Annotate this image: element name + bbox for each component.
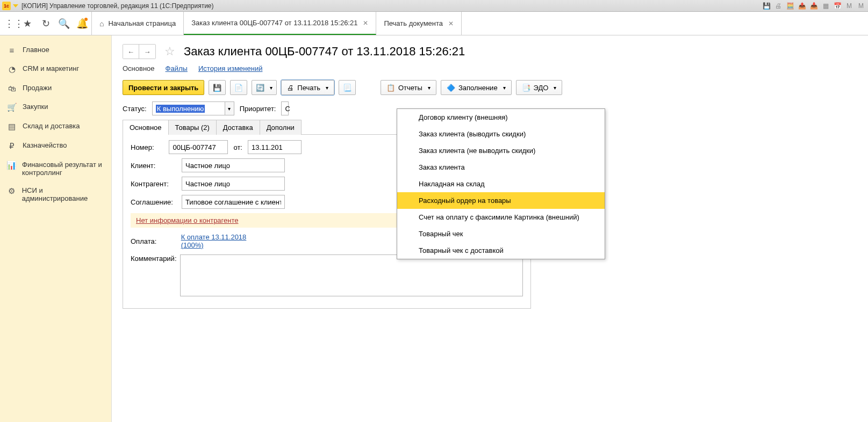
dd-item-order[interactable]: Заказ клиента <box>397 159 605 176</box>
ruble-icon: ₽ <box>6 141 17 151</box>
table-icon[interactable]: ▦ <box>821 1 830 11</box>
caret-icon: ▾ <box>428 85 431 91</box>
sidebar-item-admin[interactable]: ⚙НСИ и администрирование <box>0 181 111 207</box>
subtab-main[interactable]: Основное <box>123 64 155 72</box>
bell-icon[interactable]: 🔔 <box>73 12 91 35</box>
sub-tabs: Основное Файлы История изменений <box>123 64 857 72</box>
print-icon[interactable]: 🖨 <box>773 1 783 11</box>
dropdown-caret[interactable]: ▾ <box>225 101 234 115</box>
search-icon[interactable]: 🔍 <box>55 12 73 35</box>
page-title: Заказ клиента 00ЦБ-007747 от 13.11.2018 … <box>184 45 465 59</box>
dd-item-order-discounts[interactable]: Заказ клиента (выводить скидки) <box>397 126 605 142</box>
from-label: от: <box>233 143 242 151</box>
create-based-button[interactable]: 🔄▾ <box>252 80 277 95</box>
status-label: Статус: <box>123 105 147 113</box>
favorite-star-icon[interactable]: ☆ <box>164 45 175 59</box>
payment-link[interactable]: К оплате 13.11.2018 (100%) <box>181 233 270 249</box>
save-icon: 💾 <box>213 84 221 92</box>
back-button[interactable]: ← <box>123 45 139 59</box>
tab-print-label: Печать документа <box>384 19 443 27</box>
client-input[interactable] <box>182 158 285 172</box>
sidebar-item-label: Казначейство <box>23 141 67 149</box>
app-icon: 1c <box>2 2 11 10</box>
fill-button[interactable]: 🔷Заполнение▾ <box>441 80 512 95</box>
sidebar-item-label: CRM и маркетинг <box>23 64 79 72</box>
gear-icon: ⚙ <box>6 186 17 196</box>
fill-icon: 🔷 <box>447 84 455 92</box>
subtab-history[interactable]: История изменений <box>198 64 263 72</box>
tab-order[interactable]: Заказ клиента 00ЦБ-007747 от 13.11.2018 … <box>184 12 376 35</box>
edo-button[interactable]: 📑ЭДО▾ <box>516 80 563 95</box>
sidebar-item-treasury[interactable]: ₽Казначейство <box>0 136 111 156</box>
calc-icon[interactable]: 🧮 <box>785 1 795 11</box>
dd-item-invoice-fax[interactable]: Счет на оплату с факсимиле Картинка (вне… <box>397 209 605 225</box>
formtab-delivery[interactable]: Доставка <box>216 120 260 135</box>
page-header: ← → ☆ Заказ клиента 00ЦБ-007747 от 13.11… <box>123 44 857 59</box>
save-button[interactable]: 💾 <box>209 80 226 95</box>
quick-tools: ⋮⋮⋮ ★ ↻ 🔍 🔔 <box>0 12 92 35</box>
button-label: Провести и закрыть <box>128 84 198 92</box>
print-dropdown-menu: Договор клиенту (внешняя) Заказ клиента … <box>397 108 605 259</box>
sidebar-item-main[interactable]: ≡Главное <box>0 41 111 60</box>
dd-item-expense-order[interactable]: Расходный ордер на товары <box>397 192 605 209</box>
dd-item-waybill[interactable]: Накладная на склад <box>397 176 605 192</box>
number-input[interactable] <box>169 140 228 154</box>
tab-home-label: Начальная страница <box>108 19 176 27</box>
close-icon[interactable]: ✕ <box>363 19 368 27</box>
dd-item-contract[interactable]: Договор клиенту (внешняя) <box>397 109 605 126</box>
dd-item-receipt[interactable]: Товарный чек <box>397 225 605 242</box>
sidebar-item-label: НСИ и администрирование <box>22 186 105 202</box>
formtab-main[interactable]: Основное <box>123 120 169 135</box>
mail-down-icon[interactable]: 📥 <box>809 1 819 11</box>
disk-icon[interactable]: 💾 <box>762 1 771 11</box>
sidebar-item-purchases[interactable]: 🛒Закупки <box>0 98 111 117</box>
calendar-icon[interactable]: 📅 <box>833 1 842 11</box>
m-icon-1[interactable]: M <box>844 1 854 11</box>
button-label: Печать <box>297 84 320 92</box>
tab-home[interactable]: ⌂ Начальная страница <box>92 12 184 35</box>
pie-icon: ◔ <box>6 64 17 74</box>
arrow-icon: 🔄 <box>256 84 264 92</box>
reports-button[interactable]: 📋Отчеты▾ <box>381 80 436 95</box>
sidebar-item-warehouse[interactable]: ▤Склад и доставка <box>0 117 111 136</box>
agreement-input[interactable] <box>182 195 285 209</box>
doc-button[interactable]: 📃 <box>339 80 356 95</box>
client-label: Клиент: <box>131 162 182 170</box>
counterparty-input[interactable] <box>182 177 285 191</box>
doc-icon: 📃 <box>343 84 351 92</box>
apps-grid-icon[interactable]: ⋮⋮⋮ <box>0 12 18 35</box>
top-nav: ⋮⋮⋮ ★ ↻ 🔍 🔔 ⌂ Начальная страница Заказ к… <box>0 12 868 35</box>
history-icon[interactable]: ↻ <box>37 12 55 35</box>
comment-label: Комментарий: <box>131 254 180 263</box>
sidebar-item-finance[interactable]: 📊Финансовый результат и контроллинг <box>0 156 111 181</box>
post-button[interactable]: 📄 <box>230 80 247 95</box>
warning-link[interactable]: Нет информации о контрагенте <box>136 216 239 224</box>
dropdown-arrow-icon[interactable] <box>13 4 18 8</box>
comment-textarea[interactable] <box>180 254 523 296</box>
close-icon[interactable]: ✕ <box>448 20 454 27</box>
tab-print-doc[interactable]: Печать документа ✕ <box>376 12 462 35</box>
m-icon-2[interactable]: M <box>856 1 866 11</box>
edo-icon: 📑 <box>522 84 530 92</box>
bars-icon: 📊 <box>6 161 17 170</box>
window-title-bar: 1c [КОПИЯ] Управление торговлей, редакци… <box>0 0 868 12</box>
sidebar-item-label: Склад и доставка <box>23 122 80 130</box>
date-input[interactable] <box>248 140 302 154</box>
forward-button[interactable]: → <box>139 45 155 59</box>
sidebar-item-crm[interactable]: ◔CRM и маркетинг <box>0 60 111 79</box>
status-combo[interactable]: К выполнению ▾ <box>152 101 234 115</box>
dd-item-order-nodiscounts[interactable]: Заказ клиента (не выводить скидки) <box>397 142 605 159</box>
bag-icon: 🛍 <box>6 84 17 93</box>
formtab-goods[interactable]: Товары (2) <box>168 120 217 135</box>
star-icon[interactable]: ★ <box>18 12 37 35</box>
subtab-files[interactable]: Файлы <box>166 64 188 72</box>
mail-up-icon[interactable]: 📤 <box>797 1 807 11</box>
print-button[interactable]: 🖨Печать▾ <box>281 80 334 95</box>
counterparty-label: Контрагент: <box>131 180 182 188</box>
menu-icon: ≡ <box>6 46 17 55</box>
priority-field[interactable]: С <box>281 101 289 115</box>
sidebar-item-sales[interactable]: 🛍Продажи <box>0 79 111 98</box>
post-and-close-button[interactable]: Провести и закрыть <box>123 80 204 95</box>
formtab-extra[interactable]: Дополни <box>260 120 302 135</box>
dd-item-receipt-delivery[interactable]: Товарный чек с доставкой <box>397 242 605 259</box>
